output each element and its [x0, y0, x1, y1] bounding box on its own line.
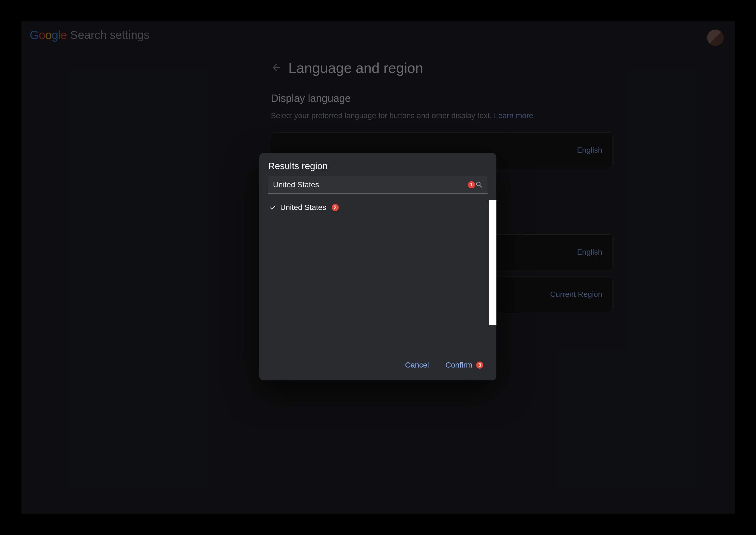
badge-3: 3 [476, 361, 483, 369]
results-region-modal: Results region 1 United States 2 Cancel … [259, 153, 496, 380]
list-item-label: United States [280, 203, 326, 212]
check-icon [269, 204, 276, 211]
modal-search[interactable]: 1 [268, 176, 488, 194]
cancel-label: Cancel [405, 361, 429, 369]
confirm-button[interactable]: Confirm 3 [445, 361, 483, 369]
modal-title: Results region [259, 161, 496, 176]
modal-search-input[interactable] [272, 180, 466, 189]
confirm-label: Confirm [445, 361, 472, 369]
list-item[interactable]: United States 2 [269, 200, 492, 214]
search-icon [475, 181, 483, 189]
window: Google Search settings Language and regi… [21, 21, 735, 514]
modal-actions: Cancel Confirm 3 [259, 352, 496, 380]
modal-list: United States 2 [259, 200, 496, 352]
badge-2: 2 [332, 204, 339, 211]
scrollbar-thumb[interactable] [489, 200, 496, 325]
badge-1: 1 [468, 181, 475, 188]
cancel-button[interactable]: Cancel [405, 361, 429, 369]
